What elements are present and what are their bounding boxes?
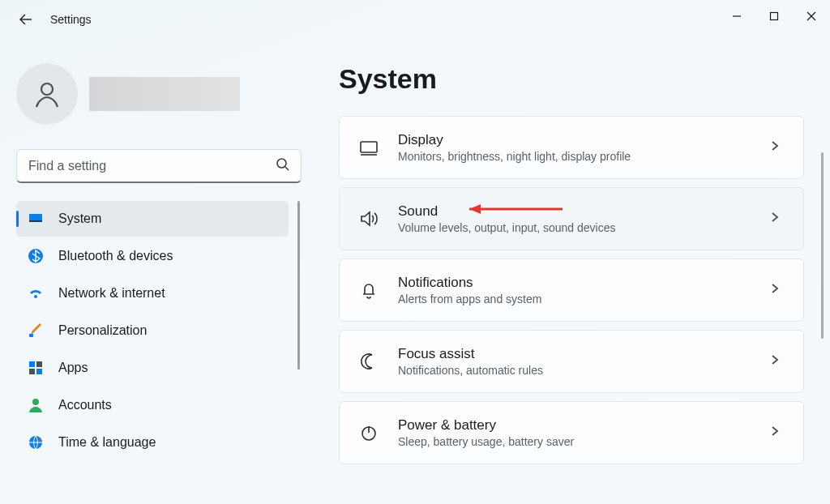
sidebar-item-label: Personalization <box>58 323 147 338</box>
svg-rect-14 <box>29 369 35 374</box>
sidebar-item-label: Network & internet <box>58 286 165 301</box>
monitor-icon <box>28 211 44 227</box>
sidebar-item-network-internet[interactable]: Network & internet <box>16 275 289 311</box>
chevron-right-icon <box>769 211 784 226</box>
svg-rect-1 <box>771 13 778 20</box>
settings-card-list: DisplayMonitors, brightness, night light… <box>339 116 804 464</box>
sidebar-item-bluetooth-devices[interactable]: Bluetooth & devices <box>16 238 289 274</box>
card-text: Focus assistNotifications, automatic rul… <box>398 346 751 377</box>
settings-card-power-battery[interactable]: Power & batterySleep, battery usage, bat… <box>339 401 804 464</box>
page-title: System <box>339 63 804 95</box>
card-text: DisplayMonitors, brightness, night light… <box>398 132 751 163</box>
svg-line-7 <box>285 167 289 170</box>
maximize-button[interactable] <box>755 0 793 32</box>
card-text: SoundVolume levels, output, input, sound… <box>398 203 751 234</box>
main-scrollbar[interactable] <box>821 152 824 339</box>
sidebar-scrollbar[interactable] <box>297 201 300 369</box>
sidebar-item-label: System <box>58 211 101 226</box>
sidebar-item-label: Accounts <box>58 398 112 412</box>
app-title: Settings <box>50 13 92 26</box>
svg-point-6 <box>277 159 286 168</box>
profile-block[interactable] <box>16 63 306 125</box>
display-icon <box>357 137 380 158</box>
main-panel: System DisplayMonitors, brightness, nigh… <box>314 39 830 504</box>
search-input[interactable] <box>16 149 302 183</box>
moon-icon <box>357 352 380 371</box>
wifi-icon <box>28 285 44 301</box>
search-icon <box>276 157 290 175</box>
avatar <box>16 63 78 125</box>
globe-icon <box>28 434 44 451</box>
settings-card-notifications[interactable]: NotificationsAlerts from apps and system <box>339 258 804 322</box>
bluetooth-icon <box>28 248 44 264</box>
card-title: Power & battery <box>398 417 751 434</box>
sidebar-item-label: Bluetooth & devices <box>58 249 173 263</box>
chevron-right-icon <box>769 140 784 155</box>
close-button[interactable] <box>793 0 830 32</box>
sidebar-item-personalization[interactable]: Personalization <box>16 313 289 348</box>
card-subtitle: Monitors, brightness, night light, displ… <box>398 150 751 163</box>
header: Settings <box>0 0 830 39</box>
sound-icon <box>357 208 380 229</box>
sidebar-item-accounts[interactable]: Accounts <box>16 387 289 423</box>
sidebar-item-label: Apps <box>58 361 88 375</box>
bell-icon <box>357 280 380 300</box>
card-text: NotificationsAlerts from apps and system <box>398 275 751 305</box>
chevron-right-icon <box>769 425 784 440</box>
card-subtitle: Alerts from apps and system <box>398 293 751 305</box>
card-subtitle: Volume levels, output, input, sound devi… <box>398 221 751 234</box>
chevron-right-icon <box>769 354 784 369</box>
svg-rect-12 <box>29 361 35 367</box>
svg-point-16 <box>32 399 39 405</box>
nav-list: SystemBluetooth & devicesNetwork & inter… <box>16 201 306 460</box>
brush-icon <box>28 322 44 339</box>
svg-rect-15 <box>36 369 42 374</box>
card-title: Focus assist <box>398 346 751 362</box>
card-text: Power & batterySleep, battery usage, bat… <box>398 417 751 448</box>
window-controls <box>718 0 830 32</box>
chevron-right-icon <box>769 283 784 297</box>
minimize-button[interactable] <box>718 0 755 32</box>
settings-card-sound[interactable]: SoundVolume levels, output, input, sound… <box>339 187 804 250</box>
svg-rect-18 <box>361 142 377 152</box>
back-button[interactable] <box>16 10 36 29</box>
sidebar-item-apps[interactable]: Apps <box>16 350 289 386</box>
power-icon <box>357 423 380 442</box>
card-subtitle: Sleep, battery usage, battery saver <box>398 435 751 448</box>
sidebar: SystemBluetooth & devicesNetwork & inter… <box>0 39 314 504</box>
svg-rect-9 <box>29 220 42 222</box>
card-title: Sound <box>398 203 751 220</box>
person-icon <box>28 397 44 413</box>
settings-card-focus-assist[interactable]: Focus assistNotifications, automatic rul… <box>339 330 804 393</box>
sidebar-item-time-language[interactable]: Time & language <box>16 425 289 460</box>
apps-icon <box>28 360 44 376</box>
svg-rect-13 <box>36 361 42 367</box>
svg-point-5 <box>41 83 53 95</box>
card-subtitle: Notifications, automatic rules <box>398 364 751 377</box>
profile-name-redacted <box>89 77 240 111</box>
sidebar-item-system[interactable]: System <box>16 201 289 237</box>
settings-card-display[interactable]: DisplayMonitors, brightness, night light… <box>339 116 804 179</box>
search-box[interactable] <box>16 149 302 183</box>
svg-rect-11 <box>29 334 33 337</box>
card-title: Display <box>398 132 751 148</box>
card-title: Notifications <box>398 275 751 291</box>
sidebar-item-label: Time & language <box>58 435 156 450</box>
